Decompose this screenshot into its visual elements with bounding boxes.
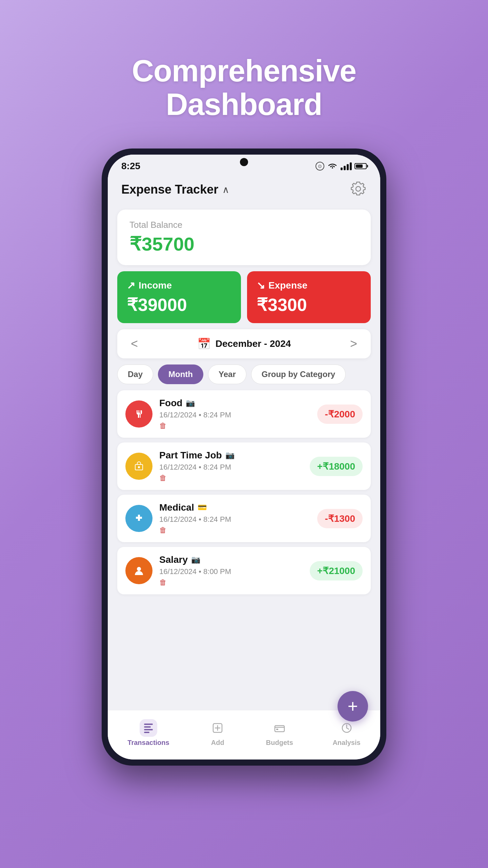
app-title-text: Expense Tracker [121,182,218,197]
phone-frame: 8:25 ⊙ [102,149,386,766]
prev-month-button[interactable]: < [127,337,141,351]
date-text: December - 2024 [216,338,291,349]
job-camera-icon: 📷 [225,451,235,460]
balance-card: Total Balance ₹35700 [117,210,371,265]
transactions-nav-label: Transactions [127,739,169,747]
page-title: Comprehensive Dashboard [132,54,356,121]
app-header: Expense Tracker ∧ [108,175,380,204]
budgets-nav-icon [271,719,288,737]
svg-point-2 [137,567,141,571]
filter-tab-group-by-category[interactable]: Group by Category [251,364,346,384]
date-display: 📅 December - 2024 [197,337,291,350]
app-content: Total Balance ₹35700 ↗ Income ₹39000 ↘ E… [108,204,380,710]
gear-icon [350,180,367,197]
phone-inner: 8:25 ⊙ [108,155,380,760]
job-amount: +₹18000 [310,457,363,476]
camera-notch [240,158,248,166]
page-title-section: Comprehensive Dashboard [132,27,356,121]
food-name: Food [159,398,182,409]
medical-name-row: Medical 💳 [159,502,310,513]
bottom-navigation: Transactions Add [108,710,380,760]
food-date: 16/12/2024 • 8:24 PM [159,411,310,419]
salary-name-row: Salary 📷 [159,554,303,565]
salary-info: Salary 📷 16/12/2024 • 8:00 PM 🗑 [159,554,303,587]
medical-amount: -₹1300 [317,509,363,528]
nav-item-add[interactable]: Add [202,716,233,750]
transaction-item-medical: Medical 💳 16/12/2024 • 8:24 PM 🗑 -₹1300 [117,495,371,542]
expense-label: Expense [268,280,307,291]
transactions-nav-icon [140,719,157,737]
income-card: ↗ Income ₹39000 [117,271,241,323]
medical-info: Medical 💳 16/12/2024 • 8:24 PM 🗑 [159,502,310,535]
income-label: Income [139,280,172,291]
filter-row: Day Month Year Group by Category [117,364,371,384]
filter-tab-year[interactable]: Year [208,364,246,384]
nav-item-budgets[interactable]: Budgets [259,716,300,750]
transaction-item-food: Food 📷 16/12/2024 • 8:24 PM 🗑 -₹2000 [117,390,371,438]
budgets-nav-label: Budgets [266,739,293,747]
svg-rect-3 [144,724,153,725]
salary-amount: +₹21000 [310,561,363,580]
food-name-row: Food 📷 [159,398,310,409]
app-title-container: Expense Tracker ∧ [121,182,229,197]
battery-icon [354,163,367,169]
medical-credit-icon: 💳 [198,503,207,512]
next-month-button[interactable]: > [347,337,361,351]
food-info: Food 📷 16/12/2024 • 8:24 PM 🗑 [159,398,310,430]
balance-amount: ₹35700 [129,233,359,255]
income-header: ↗ Income [127,279,231,291]
medical-name: Medical [159,502,194,513]
food-camera-icon: 📷 [186,399,195,408]
svg-rect-5 [144,729,153,730]
settings-button[interactable] [350,180,367,199]
analysis-nav-label: Analysis [332,739,360,747]
transactions-list: Food 📷 16/12/2024 • 8:24 PM 🗑 -₹2000 [117,390,371,594]
add-fab-button[interactable]: + [338,691,368,722]
expense-card: ↘ Expense ₹3300 [247,271,371,323]
salary-icon [125,557,152,584]
job-name: Part Time Job [159,450,222,461]
income-trend-icon: ↗ [127,279,135,291]
date-navigation: < 📅 December - 2024 > [117,329,371,358]
transaction-item-part-time-job: Part Time Job 📷 16/12/2024 • 8:24 PM 🗑 +… [117,442,371,490]
nav-item-analysis[interactable]: Analysis [326,716,367,750]
calendar-icon: 📅 [197,337,211,350]
job-info: Part Time Job 📷 16/12/2024 • 8:24 PM 🗑 [159,450,303,482]
expense-header: ↘ Expense [257,279,361,291]
signal-icon [341,162,352,170]
food-delete-button[interactable]: 🗑 [159,421,167,430]
medical-icon [125,505,152,532]
balance-label: Total Balance [129,220,359,230]
filter-tab-month[interactable]: Month [158,364,203,384]
job-date: 16/12/2024 • 8:24 PM [159,463,303,472]
wifi-icon [327,162,338,170]
app-title-chevron[interactable]: ∧ [222,184,229,195]
svg-rect-9 [276,729,278,730]
analysis-nav-icon [338,719,355,737]
income-expense-row: ↗ Income ₹39000 ↘ Expense ₹3300 [117,271,371,323]
svg-rect-4 [144,726,151,728]
svg-point-1 [138,466,140,468]
income-amount: ₹39000 [127,295,231,315]
job-delete-button[interactable]: 🗑 [159,474,167,482]
medical-delete-button[interactable]: 🗑 [159,526,167,534]
add-nav-label: Add [211,739,224,747]
nav-item-transactions[interactable]: Transactions [121,716,176,750]
nav-app-icon: ⊙ [316,162,324,171]
transaction-item-salary: Salary 📷 16/12/2024 • 8:00 PM 🗑 +₹21000 [117,547,371,594]
svg-rect-6 [144,732,149,733]
medical-date: 16/12/2024 • 8:24 PM [159,515,310,524]
expense-trend-icon: ↘ [257,279,265,291]
svg-rect-8 [275,726,284,732]
expense-amount: ₹3300 [257,295,361,315]
job-name-row: Part Time Job 📷 [159,450,303,461]
salary-delete-button[interactable]: 🗑 [159,578,167,587]
filter-tab-day[interactable]: Day [117,364,153,384]
salary-date: 16/12/2024 • 8:00 PM [159,567,303,576]
status-time: 8:25 [121,161,140,172]
add-nav-icon [209,719,226,737]
job-icon [125,453,152,480]
food-icon [125,400,152,428]
food-amount: -₹2000 [317,405,363,424]
salary-camera-icon: 📷 [191,555,200,564]
